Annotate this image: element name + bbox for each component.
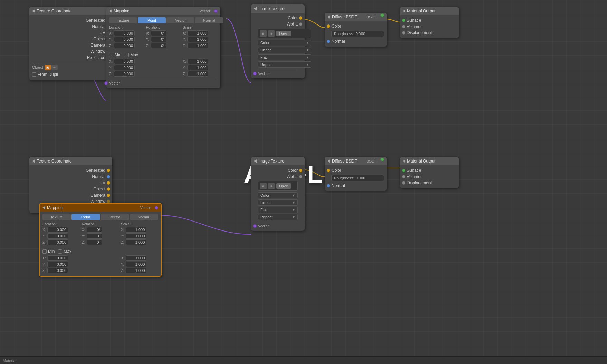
roughness-label-top: Roughness: bbox=[334, 32, 354, 36]
normal-label-top: Normal bbox=[92, 24, 105, 29]
image-tex-collapse-bottom[interactable] bbox=[254, 159, 257, 163]
tab-normal-bottom[interactable]: Normal bbox=[130, 214, 158, 220]
mapping-header-bottom: Mapping Vector bbox=[40, 204, 161, 212]
from-dupli-checkbox-top[interactable] bbox=[32, 72, 36, 77]
image-tex-node-bottom: Image Texture Color Alpha ▣ ⊞ Open Color… bbox=[251, 157, 305, 231]
scl-z-bottom[interactable] bbox=[126, 239, 146, 245]
flat-dropdown-top[interactable]: Flat ▼ bbox=[258, 54, 311, 60]
max-y-bottom[interactable] bbox=[126, 262, 146, 267]
loc-y-bottom[interactable] bbox=[47, 233, 68, 239]
bsdf-label-top: BSDF bbox=[367, 15, 377, 19]
max-label-bottom: Max bbox=[64, 249, 71, 254]
image-tex-node-top: Image Texture Color Alpha ▣ ⊞ Open Color… bbox=[251, 4, 305, 78]
min-z-top[interactable] bbox=[114, 71, 135, 77]
rot-y-input-top[interactable] bbox=[151, 37, 166, 42]
image-tex-title-top: Image Texture bbox=[258, 6, 285, 11]
tab-normal-top[interactable]: Normal bbox=[195, 17, 223, 23]
img-icon2-top: ⊞ bbox=[268, 30, 275, 37]
rot-y-bottom[interactable] bbox=[87, 233, 102, 239]
scl-y-bottom[interactable] bbox=[126, 233, 146, 239]
mapping-collapse-icon-top[interactable] bbox=[109, 9, 112, 13]
collapse-icon-bottom[interactable] bbox=[32, 159, 35, 163]
alpha-out-row-bottom: Alpha bbox=[258, 174, 298, 180]
scl-x-row-top: X: bbox=[183, 30, 218, 36]
bsdf-socket-top bbox=[380, 13, 384, 17]
object-row-bottom: Object bbox=[32, 186, 105, 192]
linear-dropdown-top[interactable]: Linear ▼ bbox=[258, 47, 311, 53]
volume-socket-bottom bbox=[402, 175, 405, 178]
scl-x-input-top[interactable] bbox=[187, 30, 208, 36]
diffuse-color-socket-bottom bbox=[327, 169, 330, 172]
diffuse-collapse-top[interactable] bbox=[327, 15, 330, 19]
location-col-top: Location: X: Y: Z: bbox=[109, 26, 144, 49]
loc-z-input-top[interactable] bbox=[114, 43, 135, 48]
min-y-bottom[interactable] bbox=[47, 262, 68, 267]
tex-coord-header-bottom: Texture Coordinate bbox=[29, 157, 112, 165]
loc-z-row-top: Z: bbox=[109, 43, 144, 48]
mat-output-node-bottom: Material Output Surface Volume Displacem… bbox=[400, 157, 459, 188]
repeat-dropdown-bottom[interactable]: Repeat ▼ bbox=[258, 214, 298, 220]
uv-row-bottom: UV bbox=[32, 180, 105, 186]
object-label-top: Object bbox=[93, 37, 105, 41]
mapping-vector-out-socket-bottom bbox=[155, 206, 158, 209]
max-x-bottom[interactable] bbox=[126, 255, 146, 261]
loc-x-bottom[interactable] bbox=[47, 227, 68, 233]
rot-x-bottom[interactable] bbox=[87, 227, 102, 233]
collapse-icon[interactable] bbox=[32, 9, 35, 13]
scl-x-bottom[interactable] bbox=[126, 227, 146, 233]
open-button-top[interactable]: Open bbox=[276, 31, 291, 36]
camera-row-bottom: Camera bbox=[32, 192, 105, 198]
loc-x-input-top[interactable] bbox=[114, 30, 135, 36]
tab-point-bottom[interactable]: Point bbox=[71, 214, 100, 220]
repeat-dropdown-top[interactable]: Repeat ▼ bbox=[258, 61, 311, 68]
loc-y-input-top[interactable] bbox=[114, 37, 135, 42]
max-z-top[interactable] bbox=[187, 71, 208, 77]
min-x-bottom[interactable] bbox=[47, 255, 68, 261]
open-button-bottom[interactable]: Open bbox=[276, 183, 291, 189]
min-x-top[interactable] bbox=[114, 59, 135, 64]
status-text: Material bbox=[3, 358, 16, 363]
bsdf-socket-bottom bbox=[380, 158, 384, 161]
max-checkbox-top[interactable] bbox=[125, 53, 129, 57]
min-checkbox-bottom[interactable] bbox=[42, 249, 47, 254]
flat-dropdown-label-top: Flat bbox=[260, 55, 267, 59]
scl-y-input-top[interactable] bbox=[187, 37, 208, 42]
mapping-collapse-icon-bottom[interactable] bbox=[42, 206, 45, 209]
mapping-fields-top: Location: X: Y: Z: Rotation: X: bbox=[109, 26, 218, 49]
tab-vector-bottom[interactable]: Vector bbox=[101, 214, 129, 220]
surface-label-bottom: Surface bbox=[407, 168, 421, 173]
color-dropdown-bottom[interactable]: Color ▼ bbox=[258, 192, 298, 198]
flat-dropdown-bottom[interactable]: Flat ▼ bbox=[258, 207, 298, 213]
diffuse-collapse-bottom[interactable] bbox=[327, 159, 330, 163]
displacement-socket-bottom bbox=[402, 181, 405, 185]
object-field-label-top: Object bbox=[32, 65, 43, 69]
scl-z-input-top[interactable] bbox=[187, 43, 208, 48]
volume-socket-top bbox=[402, 25, 405, 28]
image-tex-collapse-top[interactable] bbox=[254, 7, 257, 10]
max-z-bottom[interactable] bbox=[126, 268, 146, 273]
max-x-top[interactable] bbox=[187, 59, 208, 64]
loc-z-bottom[interactable] bbox=[47, 239, 68, 245]
color-dropdown-top[interactable]: Color ▼ bbox=[258, 40, 311, 46]
rot-z-bottom[interactable] bbox=[87, 239, 102, 245]
generated-socket-bottom bbox=[107, 169, 110, 172]
min-checkbox-top[interactable] bbox=[109, 53, 113, 57]
mat-output-collapse-bottom[interactable] bbox=[403, 159, 405, 163]
tab-texture-top[interactable]: Texture bbox=[109, 17, 137, 23]
mat-output-collapse-top[interactable] bbox=[403, 9, 405, 13]
max-y-top[interactable] bbox=[187, 65, 208, 70]
min-y-top[interactable] bbox=[114, 65, 135, 70]
linear-dropdown-bottom[interactable]: Linear ▼ bbox=[258, 199, 298, 206]
tab-point-top[interactable]: Point bbox=[138, 17, 166, 23]
tab-texture-bottom[interactable]: Texture bbox=[42, 214, 71, 220]
tex-coord-title-top: Texture Coordinate bbox=[37, 9, 71, 13]
rot-z-input-top[interactable] bbox=[151, 43, 166, 48]
rot-x-input-top[interactable] bbox=[151, 30, 166, 36]
tab-vector-top[interactable]: Vector bbox=[166, 17, 194, 23]
max-checkbox-bottom[interactable] bbox=[58, 249, 62, 254]
diffuse-node-bottom: Diffuse BSDF BSDF Color Roughness: 0.000… bbox=[325, 157, 387, 191]
image-tex-header-top: Image Texture bbox=[251, 4, 305, 13]
min-z-bottom[interactable] bbox=[47, 268, 68, 273]
normal-socket-bottom bbox=[107, 175, 110, 178]
mapping-tabs-top: Texture Point Vector Normal bbox=[109, 17, 223, 23]
